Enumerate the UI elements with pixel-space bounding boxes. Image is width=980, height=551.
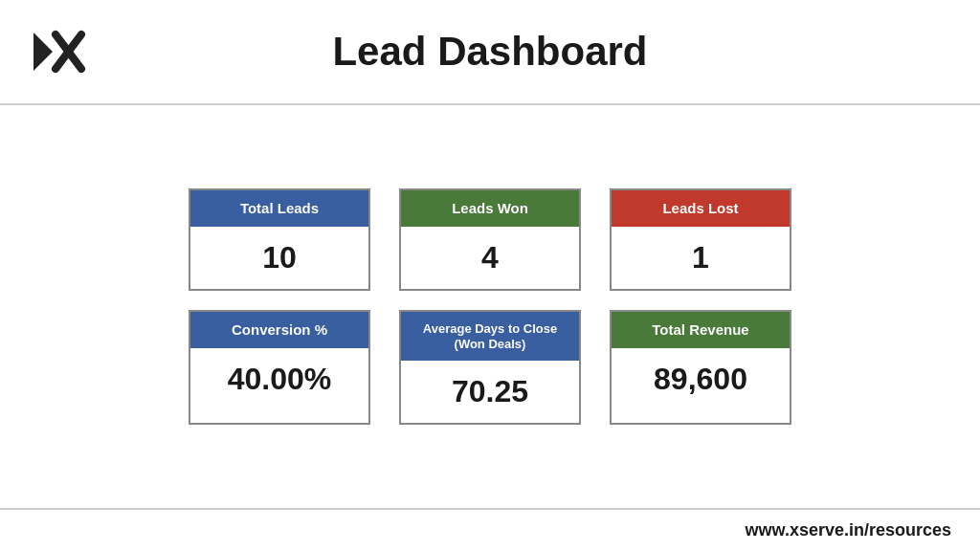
page-title: Lead Dashboard <box>332 29 647 75</box>
metric-label-total-revenue: Total Revenue <box>612 312 790 348</box>
footer-url: www.xserve.in/resources <box>746 520 951 540</box>
metric-label-leads-lost: Leads Lost <box>612 190 790 227</box>
metric-value-total-revenue: 89,600 <box>612 348 790 410</box>
svg-marker-0 <box>33 33 53 71</box>
metric-card-total-leads: Total Leads 10 <box>189 188 370 291</box>
header: Lead Dashboard <box>0 0 980 105</box>
metric-value-leads-won: 4 <box>401 227 579 289</box>
metric-card-conversion: Conversion % 40.00% <box>189 310 370 425</box>
footer: www.xserve.in/resources <box>0 508 980 551</box>
metric-label-avg-days: Average Days to Close (Won Deals) <box>401 312 579 361</box>
metric-card-leads-won: Leads Won 4 <box>399 188 581 291</box>
header-title-container: Lead Dashboard <box>105 29 875 75</box>
metric-card-total-revenue: Total Revenue 89,600 <box>610 310 791 425</box>
xserve-logo <box>29 23 86 80</box>
metrics-grid: Total Leads 10 Leads Won 4 Leads Lost 1 … <box>189 188 791 425</box>
metric-card-avg-days: Average Days to Close (Won Deals) 70.25 <box>399 310 581 425</box>
metric-label-leads-won: Leads Won <box>401 190 579 227</box>
metric-label-conversion: Conversion % <box>190 312 368 348</box>
metric-card-leads-lost: Leads Lost 1 <box>610 188 791 291</box>
metric-label-total-leads: Total Leads <box>190 190 368 227</box>
logo-container <box>29 23 105 80</box>
main-content: Total Leads 10 Leads Won 4 Leads Lost 1 … <box>0 105 980 508</box>
metric-value-conversion: 40.00% <box>190 348 368 410</box>
metric-value-avg-days: 70.25 <box>401 361 579 423</box>
metric-value-total-leads: 10 <box>190 227 368 289</box>
metric-value-leads-lost: 1 <box>612 227 790 289</box>
